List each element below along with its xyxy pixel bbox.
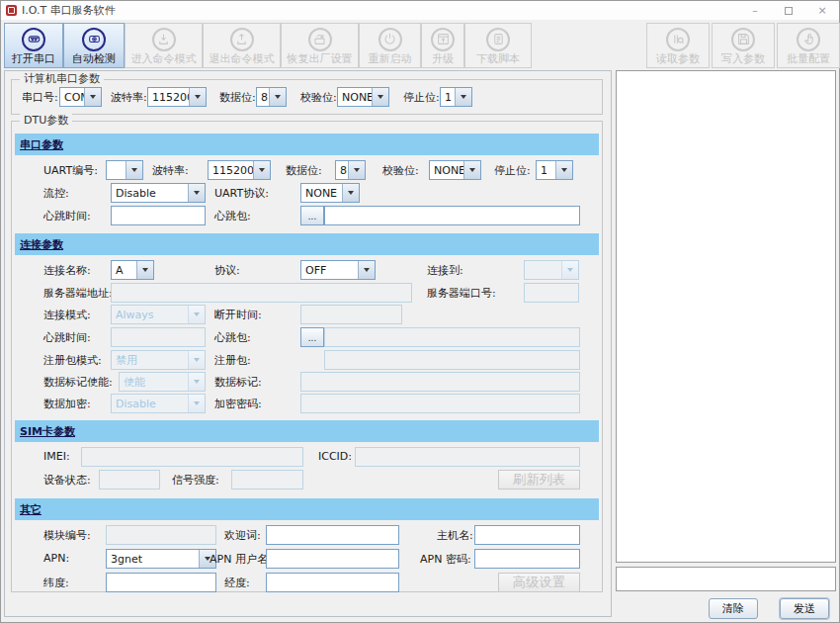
config-panel: 计算机串口参数 串口号: COM3 波特率: 115200 数据位: 8 校验位…: [4, 70, 612, 617]
hb-time-input[interactable]: [111, 206, 206, 225]
reg-pkt-mode-label: 注册包模式:: [43, 353, 102, 368]
apn-user-label: APN 用户名:: [210, 552, 272, 567]
pc-serial-group: 计算机串口参数 串口号: COM3 波特率: 115200 数据位: 8 校验位…: [11, 79, 603, 115]
server-addr-label: 服务器端地址:: [43, 286, 113, 301]
serial-port-icon: [22, 28, 45, 51]
parity-select[interactable]: NONE: [337, 87, 389, 107]
write-params-button: 写入参数: [712, 23, 775, 68]
hb-pkt-browse-button[interactable]: ...: [300, 206, 324, 225]
chevron-down-icon: [348, 161, 365, 179]
download-script-icon: [486, 28, 510, 51]
close-button[interactable]: ×: [805, 1, 839, 20]
chevron-down-icon: [561, 261, 578, 279]
chevron-down-icon: [269, 88, 286, 106]
chevron-down-icon: [188, 373, 205, 391]
section-sim-params: SIM卡参数: [15, 420, 599, 442]
title-bar: I.O.T 串口服务软件 – ×: [1, 1, 839, 20]
iccid-input: [355, 447, 580, 467]
command-input[interactable]: [616, 567, 836, 591]
data-bits-label: 数据位:: [219, 90, 256, 105]
chevron-down-icon: [136, 261, 153, 279]
conn-hb-pkt-browse-button[interactable]: ...: [300, 327, 324, 347]
dtu-baud-label: 波特率:: [152, 163, 189, 178]
chevron-down-icon: [555, 161, 572, 179]
connect-to-select: [524, 260, 579, 280]
uart-no-select[interactable]: [106, 160, 143, 180]
restart-icon: [378, 28, 402, 51]
conn-hb-time-input: [111, 327, 206, 347]
dtu-parity-select[interactable]: NONE: [429, 160, 481, 180]
chevron-down-icon: [188, 184, 205, 202]
port-label: 串口号:: [22, 90, 58, 105]
batch-config-icon: [797, 28, 820, 51]
apn-pwd-input[interactable]: [474, 549, 580, 569]
baud-select[interactable]: 115200: [147, 87, 207, 107]
advanced-settings-button: 高级设置: [498, 573, 580, 592]
restart-button: 重新启动: [359, 23, 421, 68]
data-bits-select[interactable]: 8: [256, 87, 287, 107]
connect-to-label: 连接到:: [427, 263, 463, 278]
latitude-label: 纬度:: [43, 576, 69, 590]
flow-ctrl-select[interactable]: Disable: [111, 183, 206, 203]
download-script-button: 下载脚本: [464, 23, 532, 68]
disconnect-time-input: [300, 305, 402, 324]
longitude-input[interactable]: [266, 573, 399, 592]
window-title: I.O.T 串口服务软件: [22, 3, 116, 18]
refresh-list-button: 刷新列表: [498, 470, 580, 490]
enter-command-mode-button: 进入命令模式: [125, 23, 203, 68]
signal-input: [231, 470, 303, 490]
uart-protocol-label: UART协议:: [214, 186, 269, 201]
auto-detect-button[interactable]: 自动检测: [63, 23, 125, 68]
dtu-data-bits-label: 数据位:: [286, 163, 322, 178]
apn-label: APN:: [43, 552, 69, 565]
reg-pkt-input: [324, 350, 580, 370]
chevron-down-icon: [188, 395, 205, 412]
log-output[interactable]: [616, 70, 836, 563]
conn-hb-pkt-input: [324, 327, 580, 347]
data-tag-enable-select: 使能: [119, 372, 206, 392]
conn-mode-select: Always: [111, 305, 206, 324]
apn-select[interactable]: 3gnet: [106, 549, 216, 569]
dtu-data-bits-select[interactable]: 8: [335, 160, 366, 180]
stop-bits-select[interactable]: 1: [440, 87, 472, 107]
latitude-input[interactable]: [106, 573, 216, 592]
minimize-button[interactable]: –: [738, 1, 772, 20]
hb-time-label: 心跳时间:: [43, 209, 91, 223]
device-status-label: 设备状态:: [43, 473, 91, 488]
app-window: I.O.T 串口服务软件 – × 打开串口 自动检测 进入命令模式 退出命令模式…: [0, 0, 840, 623]
open-port-button[interactable]: 打开串口: [4, 23, 63, 68]
imei-label: IMEI:: [43, 450, 70, 463]
chevron-down-icon: [372, 88, 388, 106]
dtu-stop-bits-select[interactable]: 1: [536, 160, 573, 180]
upgrade-icon: [431, 28, 455, 51]
chevron-down-icon: [463, 161, 480, 179]
protocol-select[interactable]: OFF: [300, 260, 376, 280]
hostname-input[interactable]: [474, 525, 580, 545]
chevron-down-icon: [188, 351, 205, 369]
disconnect-time-label: 断开时间:: [214, 308, 262, 322]
clear-button[interactable]: 清除: [709, 598, 758, 619]
maximize-button[interactable]: [772, 1, 805, 20]
conn-name-select[interactable]: A: [111, 260, 154, 280]
hb-pkt-input[interactable]: [324, 206, 580, 225]
dtu-baud-select[interactable]: 115200: [208, 160, 271, 180]
apn-user-input[interactable]: [266, 549, 399, 569]
write-params-icon: [731, 28, 755, 51]
read-params-button: 读取参数: [646, 23, 710, 68]
section-serial-params: 串口参数: [15, 134, 599, 155]
welcome-label: 欢迎词:: [224, 528, 261, 543]
server-port-input: [524, 283, 579, 303]
port-select[interactable]: COM3: [59, 87, 102, 107]
imei-input: [81, 447, 303, 467]
welcome-input[interactable]: [266, 525, 399, 545]
send-button[interactable]: 发送: [780, 598, 829, 619]
factory-reset-button: 恢复出厂设置: [281, 23, 359, 68]
toolbar: 打开串口 自动检测 进入命令模式 退出命令模式 恢复出厂设置 重新启动 升级: [4, 23, 838, 68]
uart-protocol-select[interactable]: NONE: [300, 183, 360, 203]
data-tag-enable-label: 数据标记使能:: [43, 375, 113, 390]
apn-pwd-label: APN 密码:: [420, 552, 471, 567]
stop-bits-label: 停止位:: [403, 90, 440, 105]
enter-command-icon: [152, 28, 176, 51]
flow-ctrl-label: 流控:: [43, 186, 69, 201]
dtu-group: DTU参数 串口参数 UART编号: 波特率: 115200 数据位: 8 校验…: [11, 121, 603, 592]
